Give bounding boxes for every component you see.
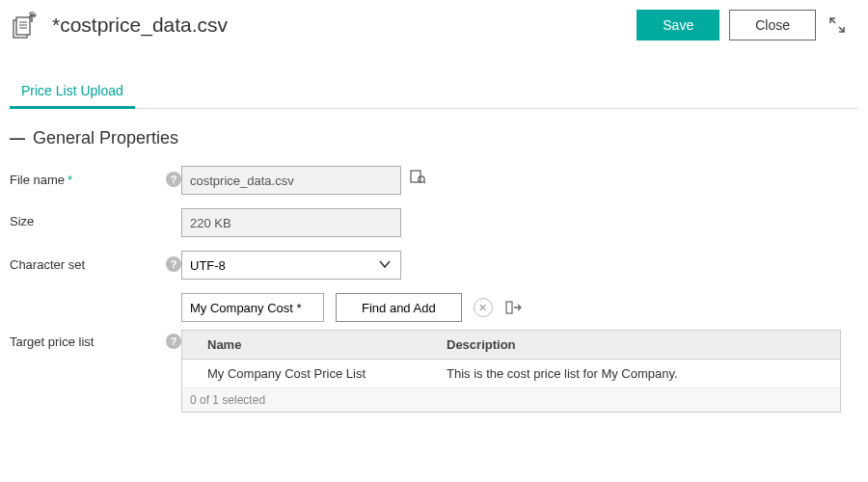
section-title: General Properties (33, 128, 178, 148)
cell-description: This is the cost price list for My Compa… (437, 360, 840, 388)
tab-bar: Price List Upload (10, 75, 858, 109)
help-icon[interactable]: ? (166, 256, 181, 272)
table-row[interactable]: My Company Cost Price List This is the c… (182, 360, 840, 388)
page-title: *costprice_data.csv (52, 13, 228, 37)
charset-select[interactable] (181, 251, 401, 280)
required-indicator: * (68, 173, 72, 187)
target-search-input[interactable] (181, 293, 324, 322)
collapse-toggle-icon[interactable]: — (10, 130, 27, 147)
size-field (181, 208, 401, 237)
help-icon[interactable]: ? (166, 172, 181, 187)
window-header: *costprice_data.csv Save Close (0, 0, 868, 46)
find-and-add-button[interactable]: Find and Add (336, 293, 462, 322)
save-button[interactable]: Save (637, 10, 719, 40)
target-label: Target price list (10, 335, 94, 349)
svg-rect-8 (506, 302, 512, 313)
column-name[interactable]: Name (198, 331, 437, 359)
section-header: — General Properties (10, 128, 858, 148)
size-label: Size (10, 214, 34, 228)
browse-icon[interactable] (407, 166, 428, 187)
column-description[interactable]: Description (437, 331, 840, 359)
table-footer: 0 of 1 selected (182, 388, 840, 412)
document-upload-icon (10, 10, 41, 40)
target-price-list-table: Name Description My Company Cost Price L… (181, 330, 841, 413)
svg-line-7 (423, 181, 425, 183)
file-name-field[interactable] (181, 166, 401, 195)
close-button[interactable]: Close (729, 10, 816, 40)
clear-icon[interactable]: ✕ (474, 298, 493, 317)
charset-label: Character set (10, 257, 85, 272)
tab-price-list-upload[interactable]: Price List Upload (10, 75, 135, 108)
expand-icon[interactable] (824, 12, 851, 39)
help-icon[interactable]: ? (166, 334, 181, 349)
cell-name: My Company Cost Price List (198, 360, 437, 388)
table-header: Name Description (182, 331, 840, 360)
svg-rect-1 (16, 17, 30, 35)
file-name-label: File name (10, 173, 65, 187)
svg-point-6 (419, 176, 424, 182)
move-right-icon[interactable] (504, 298, 524, 317)
